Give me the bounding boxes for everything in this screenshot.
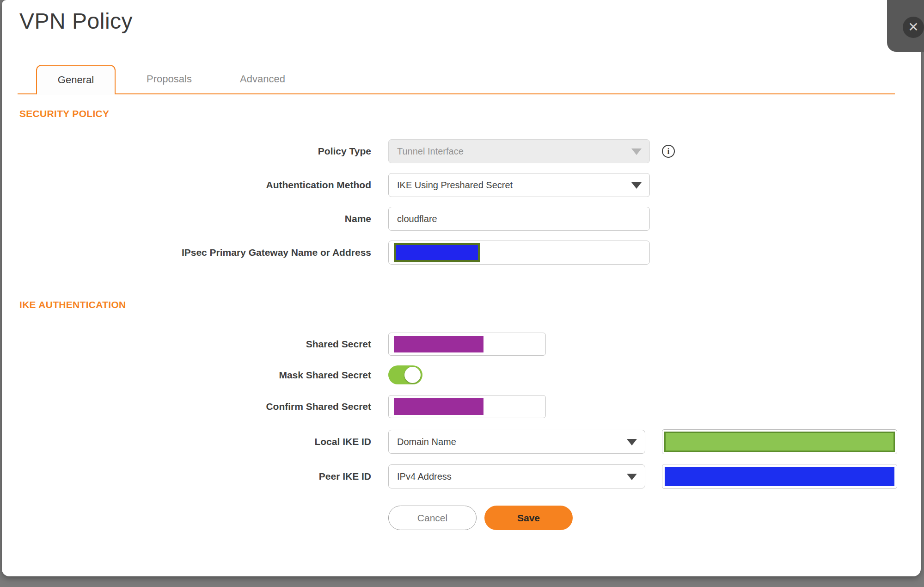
policy-type-value: Tunnel Interface: [397, 146, 464, 157]
local-ike-id-value: Domain Name: [397, 437, 456, 447]
local-ike-id-select[interactable]: Domain Name: [388, 430, 645, 454]
page-title: VPN Policy: [19, 7, 921, 35]
peer-ike-id-select[interactable]: IPv4 Address: [388, 464, 645, 488]
chevron-down-icon: [627, 439, 637, 445]
info-icon[interactable]: i: [662, 145, 675, 158]
redaction-purple-box: [394, 398, 483, 415]
row-confirm-shared-secret: Confirm Shared Secret: [18, 395, 921, 418]
redaction-purple-box: [394, 336, 483, 352]
name-label: Name: [18, 213, 371, 224]
toggle-knob: [404, 367, 421, 383]
authentication-method-label: Authentication Method: [18, 179, 371, 191]
confirm-shared-secret-label: Confirm Shared Secret: [18, 401, 371, 412]
policy-type-label: Policy Type: [18, 146, 371, 157]
row-local-ike-id: Local IKE ID Domain Name: [18, 429, 921, 454]
chevron-down-icon: [631, 148, 642, 155]
peer-ike-id-label: Peer IKE ID: [18, 471, 371, 482]
local-ike-id-label: Local IKE ID: [18, 436, 371, 447]
row-name: Name cloudflare: [18, 207, 921, 231]
close-icon: ✕: [908, 21, 918, 34]
vpn-policy-dialog: VPN Policy General Proposals Advanced SE…: [2, 0, 921, 576]
tab-general-label: General: [58, 74, 94, 86]
tab-general[interactable]: General: [36, 65, 116, 94]
row-authentication-method: Authentication Method IKE Using Preshare…: [18, 173, 921, 197]
shared-secret-label: Shared Secret: [18, 339, 371, 350]
tab-proposals[interactable]: Proposals: [129, 65, 209, 93]
redaction-blue-box: [394, 243, 480, 262]
tab-advanced-label: Advanced: [240, 73, 285, 85]
tab-advanced[interactable]: Advanced: [223, 65, 302, 93]
mask-shared-secret-toggle[interactable]: [388, 365, 422, 384]
row-mask-shared-secret: Mask Shared Secret: [18, 365, 921, 384]
chevron-down-icon: [631, 182, 642, 189]
tab-proposals-label: Proposals: [147, 73, 192, 85]
screen: VPN Policy General Proposals Advanced SE…: [0, 0, 924, 587]
peer-ike-id-input[interactable]: [662, 464, 897, 489]
section-security-policy: SECURITY POLICY: [19, 107, 921, 120]
row-policy-type: Policy Type Tunnel Interface i: [18, 139, 921, 163]
mask-shared-secret-label: Mask Shared Secret: [18, 370, 371, 381]
redaction-blue-box: [665, 467, 894, 486]
redaction-green-box: [664, 432, 895, 452]
save-button[interactable]: Save: [484, 506, 573, 530]
dialog-actions: Cancel Save: [388, 506, 921, 530]
row-shared-secret: Shared Secret: [18, 333, 921, 356]
local-ike-id-input[interactable]: [662, 429, 897, 454]
ipsec-gateway-label: IPsec Primary Gateway Name or Address: [18, 247, 371, 258]
row-peer-ike-id: Peer IKE ID IPv4 Address: [18, 464, 921, 489]
name-value: cloudflare: [397, 214, 437, 224]
tab-bar: General Proposals Advanced: [18, 65, 895, 94]
chevron-down-icon: [627, 474, 637, 480]
name-input[interactable]: cloudflare: [388, 207, 650, 231]
authentication-method-select[interactable]: IKE Using Preshared Secret: [388, 173, 650, 197]
close-button[interactable]: ✕: [903, 17, 924, 38]
row-ipsec-gateway: IPsec Primary Gateway Name or Address: [18, 241, 921, 265]
authentication-method-value: IKE Using Preshared Secret: [397, 180, 513, 191]
cancel-button[interactable]: Cancel: [388, 506, 477, 530]
section-ike-authentication: IKE AUTHENTICATION: [19, 298, 921, 311]
peer-ike-id-value: IPv4 Address: [397, 471, 452, 482]
policy-type-select[interactable]: Tunnel Interface: [388, 139, 650, 163]
